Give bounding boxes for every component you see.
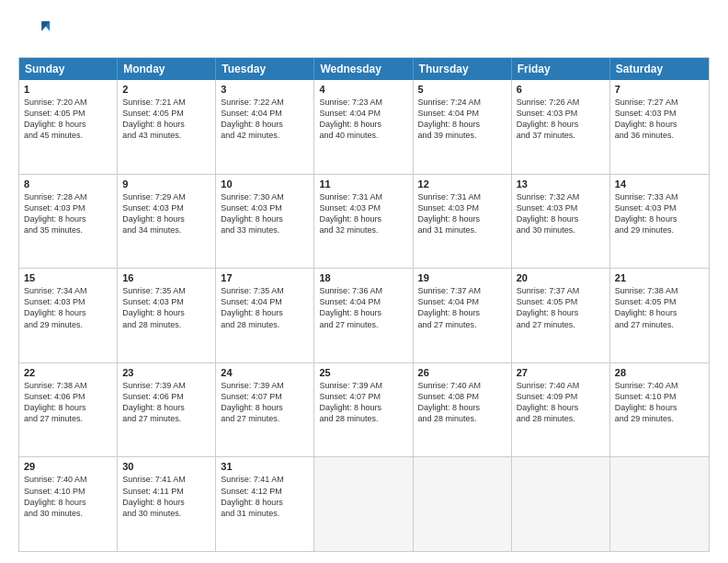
table-row: 22Sunrise: 7:38 AMSunset: 4:06 PMDayligh… <box>19 363 118 457</box>
day-number: 31 <box>221 461 309 472</box>
cell-details: Sunrise: 7:23 AMSunset: 4:04 PMDaylight:… <box>319 97 407 142</box>
cell-details: Sunrise: 7:30 AMSunset: 4:03 PMDaylight:… <box>221 191 309 236</box>
cell-details: Sunrise: 7:39 AMSunset: 4:07 PMDaylight:… <box>221 380 309 425</box>
cell-details: Sunrise: 7:35 AMSunset: 4:04 PMDaylight:… <box>221 285 309 330</box>
cell-details: Sunrise: 7:34 AMSunset: 4:03 PMDaylight:… <box>24 285 112 330</box>
table-row: 4Sunrise: 7:23 AMSunset: 4:04 PMDaylight… <box>314 80 413 174</box>
logo-icon <box>18 15 51 48</box>
day-number: 23 <box>122 367 210 378</box>
day-number: 2 <box>122 84 210 95</box>
day-number: 17 <box>221 272 309 283</box>
table-row: 23Sunrise: 7:39 AMSunset: 4:06 PMDayligh… <box>118 363 216 457</box>
cell-details: Sunrise: 7:38 AMSunset: 4:06 PMDaylight:… <box>24 380 112 425</box>
cell-details: Sunrise: 7:37 AMSunset: 4:04 PMDaylight:… <box>418 285 506 330</box>
cell-details: Sunrise: 7:20 AMSunset: 4:05 PMDaylight:… <box>24 97 112 142</box>
calendar-body: 1Sunrise: 7:20 AMSunset: 4:05 PMDaylight… <box>19 80 709 551</box>
cell-details: Sunrise: 7:40 AMSunset: 4:10 PMDaylight:… <box>615 380 704 425</box>
table-row: 1Sunrise: 7:20 AMSunset: 4:05 PMDaylight… <box>19 80 118 174</box>
table-row: 26Sunrise: 7:40 AMSunset: 4:08 PMDayligh… <box>414 363 512 457</box>
weekday-header-sunday: Sunday <box>19 58 118 80</box>
table-row: 18Sunrise: 7:36 AMSunset: 4:04 PMDayligh… <box>314 269 413 362</box>
table-row: 2Sunrise: 7:21 AMSunset: 4:05 PMDaylight… <box>118 80 216 174</box>
table-row: 30Sunrise: 7:41 AMSunset: 4:11 PMDayligh… <box>118 457 216 551</box>
table-row: 31Sunrise: 7:41 AMSunset: 4:12 PMDayligh… <box>216 457 314 551</box>
calendar-row-4: 22Sunrise: 7:38 AMSunset: 4:06 PMDayligh… <box>19 362 709 457</box>
cell-details: Sunrise: 7:37 AMSunset: 4:05 PMDaylight:… <box>517 285 605 330</box>
day-number: 18 <box>319 272 407 283</box>
cell-details: Sunrise: 7:39 AMSunset: 4:06 PMDaylight:… <box>122 380 210 425</box>
day-number: 10 <box>221 178 309 190</box>
day-number: 7 <box>615 84 704 95</box>
day-number: 22 <box>24 367 112 378</box>
day-number: 29 <box>24 461 112 472</box>
table-row: 3Sunrise: 7:22 AMSunset: 4:04 PMDaylight… <box>216 80 314 174</box>
cell-details: Sunrise: 7:31 AMSunset: 4:03 PMDaylight:… <box>319 191 407 236</box>
day-number: 11 <box>319 178 407 190</box>
logo <box>18 15 55 48</box>
cell-details: Sunrise: 7:39 AMSunset: 4:07 PMDaylight:… <box>319 380 407 425</box>
table-row: 15Sunrise: 7:34 AMSunset: 4:03 PMDayligh… <box>19 269 118 362</box>
cell-details: Sunrise: 7:40 AMSunset: 4:09 PMDaylight:… <box>517 380 605 425</box>
cell-details: Sunrise: 7:29 AMSunset: 4:03 PMDaylight:… <box>122 191 210 236</box>
weekday-header-saturday: Saturday <box>610 58 709 80</box>
day-number: 15 <box>24 272 112 283</box>
table-row: 24Sunrise: 7:39 AMSunset: 4:07 PMDayligh… <box>216 363 314 457</box>
cell-details: Sunrise: 7:36 AMSunset: 4:04 PMDaylight:… <box>319 285 407 330</box>
table-row: 29Sunrise: 7:40 AMSunset: 4:10 PMDayligh… <box>19 457 118 551</box>
day-number: 16 <box>122 272 210 283</box>
cell-details: Sunrise: 7:31 AMSunset: 4:03 PMDaylight:… <box>418 191 506 236</box>
day-number: 6 <box>517 84 605 95</box>
cell-details: Sunrise: 7:24 AMSunset: 4:04 PMDaylight:… <box>418 97 506 142</box>
table-row: 7Sunrise: 7:27 AMSunset: 4:03 PMDaylight… <box>610 80 709 174</box>
day-number: 1 <box>24 84 112 95</box>
day-number: 30 <box>122 461 210 472</box>
calendar-header: SundayMondayTuesdayWednesdayThursdayFrid… <box>19 58 709 80</box>
cell-details: Sunrise: 7:21 AMSunset: 4:05 PMDaylight:… <box>122 97 210 142</box>
weekday-header-tuesday: Tuesday <box>216 58 314 80</box>
cell-details: Sunrise: 7:40 AMSunset: 4:08 PMDaylight:… <box>418 380 506 425</box>
weekday-header-wednesday: Wednesday <box>314 58 413 80</box>
calendar-row-5: 29Sunrise: 7:40 AMSunset: 4:10 PMDayligh… <box>19 456 709 551</box>
table-row <box>314 457 413 551</box>
day-number: 3 <box>221 84 309 95</box>
day-number: 12 <box>418 178 506 190</box>
table-row <box>610 457 709 551</box>
day-number: 8 <box>24 178 112 190</box>
day-number: 5 <box>418 84 506 95</box>
calendar: SundayMondayTuesdayWednesdayThursdayFrid… <box>18 57 710 552</box>
calendar-row-1: 1Sunrise: 7:20 AMSunset: 4:05 PMDaylight… <box>19 80 709 174</box>
weekday-header-monday: Monday <box>118 58 216 80</box>
cell-details: Sunrise: 7:27 AMSunset: 4:03 PMDaylight:… <box>615 97 704 142</box>
cell-details: Sunrise: 7:41 AMSunset: 4:11 PMDaylight:… <box>122 474 210 519</box>
table-row: 5Sunrise: 7:24 AMSunset: 4:04 PMDaylight… <box>414 80 512 174</box>
cell-details: Sunrise: 7:41 AMSunset: 4:12 PMDaylight:… <box>221 474 309 519</box>
table-row: 10Sunrise: 7:30 AMSunset: 4:03 PMDayligh… <box>216 175 314 269</box>
table-row: 6Sunrise: 7:26 AMSunset: 4:03 PMDaylight… <box>512 80 610 174</box>
cell-details: Sunrise: 7:33 AMSunset: 4:03 PMDaylight:… <box>615 191 704 236</box>
day-number: 26 <box>418 367 506 378</box>
day-number: 20 <box>517 272 605 283</box>
calendar-row-2: 8Sunrise: 7:28 AMSunset: 4:03 PMDaylight… <box>19 174 709 269</box>
calendar-row-3: 15Sunrise: 7:34 AMSunset: 4:03 PMDayligh… <box>19 268 709 362</box>
weekday-header-thursday: Thursday <box>414 58 512 80</box>
table-row: 27Sunrise: 7:40 AMSunset: 4:09 PMDayligh… <box>512 363 610 457</box>
table-row: 13Sunrise: 7:32 AMSunset: 4:03 PMDayligh… <box>512 175 610 269</box>
day-number: 4 <box>319 84 407 95</box>
table-row: 21Sunrise: 7:38 AMSunset: 4:05 PMDayligh… <box>610 269 709 362</box>
table-row: 14Sunrise: 7:33 AMSunset: 4:03 PMDayligh… <box>610 175 709 269</box>
cell-details: Sunrise: 7:28 AMSunset: 4:03 PMDaylight:… <box>24 191 112 236</box>
table-row: 8Sunrise: 7:28 AMSunset: 4:03 PMDaylight… <box>19 175 118 269</box>
table-row: 25Sunrise: 7:39 AMSunset: 4:07 PMDayligh… <box>314 363 413 457</box>
day-number: 28 <box>615 367 704 378</box>
page-header <box>18 15 710 48</box>
table-row: 12Sunrise: 7:31 AMSunset: 4:03 PMDayligh… <box>414 175 512 269</box>
day-number: 19 <box>418 272 506 283</box>
day-number: 21 <box>615 272 704 283</box>
cell-details: Sunrise: 7:35 AMSunset: 4:03 PMDaylight:… <box>122 285 210 330</box>
cell-details: Sunrise: 7:40 AMSunset: 4:10 PMDaylight:… <box>24 474 112 519</box>
table-row: 16Sunrise: 7:35 AMSunset: 4:03 PMDayligh… <box>118 269 216 362</box>
table-row <box>512 457 610 551</box>
cell-details: Sunrise: 7:32 AMSunset: 4:03 PMDaylight:… <box>517 191 605 236</box>
day-number: 25 <box>319 367 407 378</box>
table-row: 11Sunrise: 7:31 AMSunset: 4:03 PMDayligh… <box>314 175 413 269</box>
